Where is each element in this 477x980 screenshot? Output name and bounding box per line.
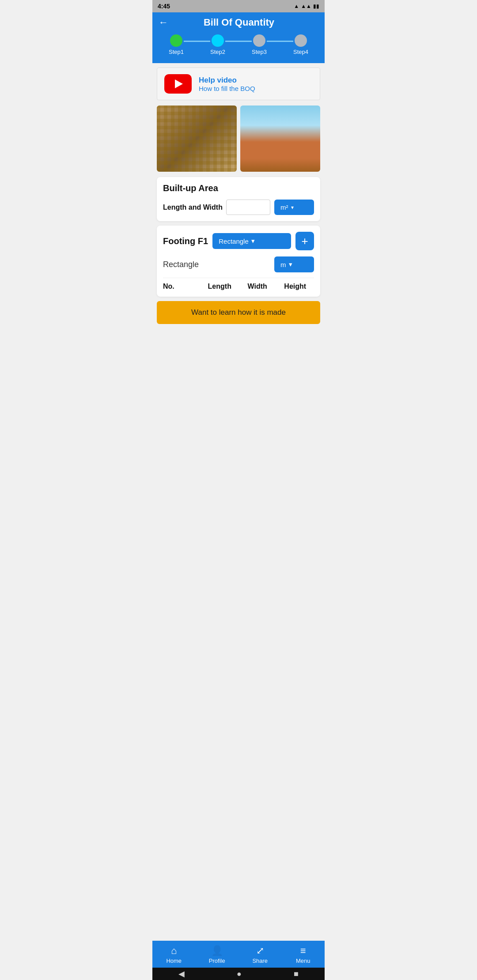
length-width-row: Length and Width m² ▾ — [163, 200, 314, 215]
footing-f1-card: Footing F1 Rectangle ▾ + Rectangle m ▾ N… — [157, 226, 320, 297]
col-no: No. — [163, 283, 201, 290]
col-length: Length — [201, 283, 239, 290]
unit-label-m2: m² — [280, 204, 288, 211]
step-2: Step2 — [210, 34, 225, 55]
building-image-right — [240, 106, 320, 172]
col-height: Height — [276, 283, 314, 290]
help-video-title: Help video — [199, 76, 255, 85]
step-1-circle — [170, 34, 182, 47]
signal-icon: ▲▲ — [301, 3, 311, 9]
step-3-label: Step3 — [252, 49, 267, 55]
building-illustration-left — [157, 106, 237, 172]
step-3: Step3 — [252, 34, 267, 55]
length-width-label: Length and Width — [163, 204, 223, 211]
images-section — [157, 106, 320, 172]
building-illustration-right — [240, 106, 320, 172]
footing-shape-dropdown[interactable]: Rectangle ▾ — [212, 233, 291, 249]
header-top: ← Bill Of Quantity — [159, 17, 318, 28]
step-2-circle — [212, 34, 224, 47]
rectangle-row: Rectangle m ▾ — [163, 256, 314, 272]
footing-shape-arrow: ▾ — [251, 237, 255, 245]
back-button[interactable]: ← — [159, 17, 168, 28]
footing-add-button[interactable]: + — [295, 232, 314, 250]
step-3-circle — [253, 34, 265, 47]
step-2-label: Step2 — [210, 49, 225, 55]
wifi-icon: ▲ — [294, 3, 299, 9]
footing-f1-header: Footing F1 Rectangle ▾ + — [163, 232, 314, 250]
built-up-area-title: Built-up Area — [163, 183, 314, 193]
step-line-1 — [184, 41, 210, 42]
status-bar: 4:45 ▲ ▲▲ ▮▮ — [152, 0, 325, 12]
youtube-icon — [164, 74, 192, 94]
unit-dropdown-arrow: ▾ — [291, 204, 294, 211]
step-line-3 — [267, 41, 293, 42]
header: ← Bill Of Quantity Step1 Step2 Step3 Ste… — [152, 12, 325, 63]
help-video-card[interactable]: Help video How to fill the BOQ — [157, 68, 320, 100]
step-1-label: Step1 — [169, 49, 184, 55]
status-icons: ▲ ▲▲ ▮▮ — [294, 3, 319, 9]
status-time: 4:45 — [158, 3, 170, 10]
play-icon — [175, 79, 183, 88]
built-up-area-card: Built-up Area Length and Width m² ▾ — [157, 177, 320, 221]
help-video-text: Help video How to fill the BOQ — [199, 76, 255, 92]
learn-banner[interactable]: Want to learn how it is made — [157, 301, 320, 324]
help-video-subtitle: How to fill the BOQ — [199, 85, 255, 92]
battery-icon: ▮▮ — [313, 3, 319, 9]
col-width: Width — [238, 283, 276, 290]
footing-shape-label: Rectangle — [219, 237, 249, 245]
footing-unit-arrow: ▾ — [289, 260, 292, 268]
footing-unit-label: m — [280, 261, 286, 268]
unit-dropdown-m2[interactable]: m² ▾ — [274, 200, 314, 215]
step-4: Step4 — [293, 34, 308, 55]
rectangle-label: Rectangle — [163, 260, 199, 269]
step-line-2 — [225, 41, 252, 42]
step-1: Step1 — [169, 34, 184, 55]
page-title: Bill Of Quantity — [173, 17, 305, 28]
step-progress: Step1 Step2 Step3 Step4 — [159, 34, 318, 55]
learn-banner-label: Want to learn how it is made — [191, 308, 286, 317]
building-image-left — [157, 106, 237, 172]
footing-unit-dropdown[interactable]: m ▾ — [274, 256, 314, 272]
length-width-input[interactable] — [226, 200, 270, 215]
step-4-label: Step4 — [293, 49, 308, 55]
footing-table-header: No. Length Width Height — [163, 278, 314, 290]
footing-f1-title: Footing F1 — [163, 236, 208, 246]
step-4-circle — [295, 34, 307, 47]
